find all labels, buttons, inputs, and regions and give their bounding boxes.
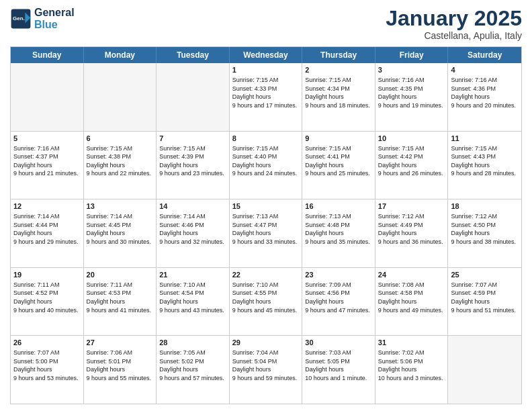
- cell-info: Sunrise: 7:16 AMSunset: 4:35 PMDaylight …: [378, 76, 445, 109]
- day-of-week-header: Tuesday: [157, 47, 230, 63]
- calendar-cell: 31Sunrise: 7:02 AMSunset: 5:06 PMDayligh…: [375, 336, 449, 404]
- cell-info: Sunrise: 7:15 AMSunset: 4:40 PMDaylight …: [232, 144, 300, 178]
- day-number: 19: [13, 270, 81, 280]
- calendar-cell: 7Sunrise: 7:15 AMSunset: 4:39 PMDaylight…: [157, 132, 230, 199]
- calendar-body: 1Sunrise: 7:15 AMSunset: 4:33 PMDaylight…: [11, 63, 521, 404]
- page: Gen. General Blue January 2025 Castellan…: [0, 0, 532, 411]
- day-of-week-header: Thursday: [302, 47, 375, 63]
- day-number: 12: [13, 201, 81, 212]
- day-number: 17: [378, 201, 445, 212]
- cell-info: Sunrise: 7:04 AMSunset: 5:04 PMDaylight …: [232, 349, 300, 382]
- calendar-cell: 4Sunrise: 7:16 AMSunset: 4:36 PMDaylight…: [448, 63, 521, 131]
- calendar-cell: 21Sunrise: 7:10 AMSunset: 4:54 PMDayligh…: [157, 268, 230, 336]
- calendar-cell: 25Sunrise: 7:07 AMSunset: 4:59 PMDayligh…: [448, 268, 521, 336]
- calendar-cell: 23Sunrise: 7:09 AMSunset: 4:56 PMDayligh…: [302, 268, 375, 336]
- day-number: 5: [13, 134, 81, 144]
- calendar-cell: 28Sunrise: 7:05 AMSunset: 5:02 PMDayligh…: [157, 336, 230, 404]
- cell-info: Sunrise: 7:13 AMSunset: 4:48 PMDaylight …: [305, 212, 372, 246]
- calendar-row: 1Sunrise: 7:15 AMSunset: 4:33 PMDaylight…: [11, 63, 521, 131]
- cell-info: Sunrise: 7:15 AMSunset: 4:38 PMDaylight …: [87, 144, 154, 178]
- day-number: 3: [378, 65, 445, 75]
- cell-info: Sunrise: 7:10 AMSunset: 4:54 PMDaylight …: [159, 281, 226, 314]
- day-number: 1: [232, 65, 300, 75]
- day-number: 15: [232, 201, 300, 212]
- calendar-cell: 8Sunrise: 7:15 AMSunset: 4:40 PMDaylight…: [230, 132, 303, 199]
- day-of-week-header: Friday: [375, 47, 449, 63]
- day-number: 7: [159, 134, 226, 144]
- day-number: 30: [305, 338, 372, 348]
- day-number: 28: [159, 338, 226, 348]
- header: Gen. General Blue January 2025 Castellan…: [10, 7, 522, 41]
- logo-icon: Gen.: [10, 8, 32, 30]
- day-of-week-header: Saturday: [448, 47, 521, 63]
- day-number: 4: [451, 65, 519, 75]
- day-number: 18: [451, 201, 519, 212]
- title-block: January 2025 Castellana, Apulia, Italy: [386, 7, 522, 41]
- calendar-cell: [448, 336, 521, 404]
- day-of-week-header: Sunday: [11, 47, 84, 63]
- logo: Gen. General Blue: [10, 7, 75, 30]
- cell-info: Sunrise: 7:11 AMSunset: 4:53 PMDaylight …: [87, 281, 154, 314]
- cell-info: Sunrise: 7:15 AMSunset: 4:41 PMDaylight …: [305, 144, 372, 178]
- calendar-header: SundayMondayTuesdayWednesdayThursdayFrid…: [11, 47, 521, 63]
- cell-info: Sunrise: 7:07 AMSunset: 4:59 PMDaylight …: [451, 281, 519, 314]
- cell-info: Sunrise: 7:15 AMSunset: 4:33 PMDaylight …: [232, 76, 300, 109]
- day-number: 31: [378, 338, 445, 348]
- day-number: 26: [13, 338, 81, 348]
- month-title: January 2025: [386, 7, 522, 30]
- cell-info: Sunrise: 7:09 AMSunset: 4:56 PMDaylight …: [305, 281, 372, 314]
- cell-info: Sunrise: 7:08 AMSunset: 4:58 PMDaylight …: [378, 281, 445, 314]
- calendar-row: 26Sunrise: 7:07 AMSunset: 5:00 PMDayligh…: [11, 335, 521, 404]
- location-title: Castellana, Apulia, Italy: [386, 30, 522, 41]
- day-number: 23: [305, 270, 372, 280]
- calendar-cell: 12Sunrise: 7:14 AMSunset: 4:44 PMDayligh…: [11, 199, 84, 267]
- calendar-row: 12Sunrise: 7:14 AMSunset: 4:44 PMDayligh…: [11, 199, 521, 267]
- calendar-cell: 2Sunrise: 7:15 AMSunset: 4:34 PMDaylight…: [302, 63, 375, 131]
- cell-info: Sunrise: 7:14 AMSunset: 4:45 PMDaylight …: [87, 212, 154, 246]
- logo-text: General Blue: [34, 7, 75, 30]
- cell-info: Sunrise: 7:15 AMSunset: 4:43 PMDaylight …: [451, 144, 519, 178]
- calendar-row: 5Sunrise: 7:16 AMSunset: 4:37 PMDaylight…: [11, 131, 521, 199]
- day-number: 6: [87, 134, 154, 144]
- day-number: 16: [305, 201, 372, 212]
- cell-info: Sunrise: 7:06 AMSunset: 5:01 PMDaylight …: [87, 349, 154, 382]
- svg-text:Gen.: Gen.: [13, 15, 25, 21]
- cell-info: Sunrise: 7:12 AMSunset: 4:50 PMDaylight …: [451, 212, 519, 246]
- calendar-cell: 6Sunrise: 7:15 AMSunset: 4:38 PMDaylight…: [84, 132, 157, 199]
- cell-info: Sunrise: 7:05 AMSunset: 5:02 PMDaylight …: [159, 349, 226, 382]
- day-of-week-header: Wednesday: [230, 47, 303, 63]
- cell-info: Sunrise: 7:13 AMSunset: 4:47 PMDaylight …: [232, 212, 300, 246]
- calendar-cell: 15Sunrise: 7:13 AMSunset: 4:47 PMDayligh…: [230, 199, 303, 267]
- day-number: 25: [451, 270, 519, 280]
- calendar-cell: [11, 63, 84, 131]
- cell-info: Sunrise: 7:14 AMSunset: 4:44 PMDaylight …: [13, 212, 81, 246]
- calendar: SundayMondayTuesdayWednesdayThursdayFrid…: [10, 46, 522, 404]
- calendar-cell: 19Sunrise: 7:11 AMSunset: 4:52 PMDayligh…: [11, 268, 84, 336]
- calendar-cell: 27Sunrise: 7:06 AMSunset: 5:01 PMDayligh…: [84, 336, 157, 404]
- cell-info: Sunrise: 7:14 AMSunset: 4:46 PMDaylight …: [159, 212, 226, 246]
- calendar-cell: [84, 63, 157, 131]
- cell-info: Sunrise: 7:15 AMSunset: 4:39 PMDaylight …: [159, 144, 226, 178]
- day-number: 21: [159, 270, 226, 280]
- day-number: 20: [87, 270, 154, 280]
- calendar-cell: 26Sunrise: 7:07 AMSunset: 5:00 PMDayligh…: [11, 336, 84, 404]
- calendar-cell: 16Sunrise: 7:13 AMSunset: 4:48 PMDayligh…: [302, 199, 375, 267]
- day-number: 27: [87, 338, 154, 348]
- day-number: 24: [378, 270, 445, 280]
- day-number: 11: [451, 134, 519, 144]
- cell-info: Sunrise: 7:02 AMSunset: 5:06 PMDaylight …: [378, 349, 445, 382]
- cell-info: Sunrise: 7:11 AMSunset: 4:52 PMDaylight …: [13, 281, 81, 314]
- calendar-cell: 24Sunrise: 7:08 AMSunset: 4:58 PMDayligh…: [375, 268, 449, 336]
- cell-info: Sunrise: 7:15 AMSunset: 4:34 PMDaylight …: [305, 76, 372, 109]
- cell-info: Sunrise: 7:16 AMSunset: 4:37 PMDaylight …: [13, 144, 81, 178]
- day-number: 29: [232, 338, 300, 348]
- cell-info: Sunrise: 7:10 AMSunset: 4:55 PMDaylight …: [232, 281, 300, 314]
- calendar-row: 19Sunrise: 7:11 AMSunset: 4:52 PMDayligh…: [11, 267, 521, 336]
- cell-info: Sunrise: 7:03 AMSunset: 5:05 PMDaylight …: [305, 349, 372, 382]
- calendar-cell: 17Sunrise: 7:12 AMSunset: 4:49 PMDayligh…: [375, 199, 449, 267]
- day-number: 10: [378, 134, 445, 144]
- day-number: 9: [305, 134, 372, 144]
- calendar-cell: 29Sunrise: 7:04 AMSunset: 5:04 PMDayligh…: [230, 336, 303, 404]
- calendar-cell: 13Sunrise: 7:14 AMSunset: 4:45 PMDayligh…: [84, 199, 157, 267]
- calendar-cell: 10Sunrise: 7:15 AMSunset: 4:42 PMDayligh…: [375, 132, 449, 199]
